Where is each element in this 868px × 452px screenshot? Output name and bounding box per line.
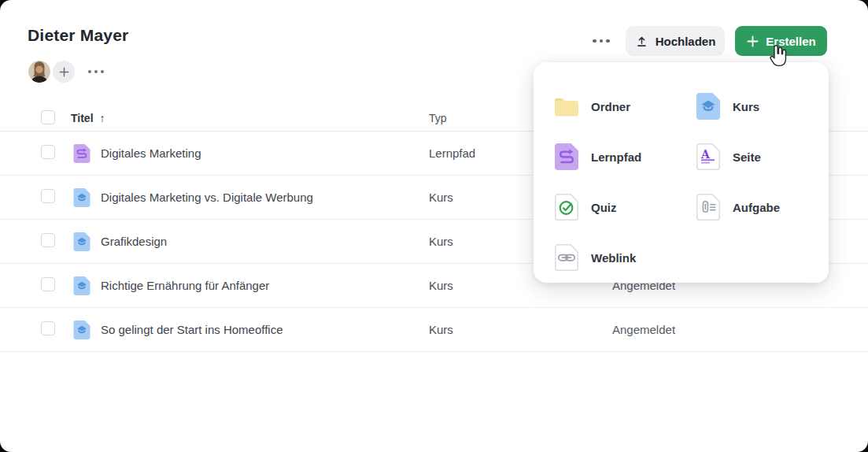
create-menu: Ordner Kurs Lernpfad [534, 62, 829, 283]
menu-item-label: Weblink [591, 251, 636, 265]
learning-path-icon [71, 143, 101, 165]
menu-item-label: Lernpfad [591, 150, 641, 164]
toolbar-more-button[interactable] [587, 30, 615, 52]
add-member-button[interactable] [53, 61, 75, 83]
weblink-icon [551, 242, 582, 273]
row-title: Digitales Marketing [101, 146, 429, 160]
menu-item-seite[interactable]: A Seite [693, 132, 834, 182]
row-title: So gelingt der Start ins Homeoffice [101, 323, 429, 336]
row-checkbox[interactable] [41, 321, 55, 335]
more-icon [593, 39, 610, 43]
course-icon [71, 319, 101, 341]
upload-icon [635, 35, 648, 48]
row-type: Kurs [429, 323, 612, 336]
menu-item-label: Seite [733, 150, 761, 164]
row-checkbox[interactable] [41, 189, 55, 203]
upload-button-label: Hochladen [656, 35, 716, 48]
menu-item-quiz[interactable]: Quiz [551, 182, 693, 232]
create-button[interactable]: Erstellen [735, 26, 827, 56]
row-checkbox[interactable] [41, 277, 55, 291]
svg-text:A: A [700, 148, 711, 161]
course-icon [71, 231, 101, 253]
menu-item-ordner[interactable]: Ordner [551, 81, 693, 132]
table-row[interactable]: So gelingt der Start ins Homeoffice Kurs… [0, 307, 868, 351]
task-icon [693, 191, 724, 223]
sort-asc-icon: ↑ [100, 112, 105, 124]
row-title: Grafikdesign [101, 235, 429, 248]
row-status: Angemeldet [612, 323, 868, 336]
create-button-label: Erstellen [766, 35, 815, 48]
page-icon: A [693, 141, 724, 172]
menu-item-kurs[interactable]: Kurs [693, 81, 834, 132]
upload-button[interactable]: Hochladen [626, 26, 725, 56]
select-all-checkbox[interactable] [41, 110, 55, 124]
content-card: Dieter Mayer [0, 0, 868, 452]
course-icon [71, 275, 101, 297]
column-title-label: Titel [71, 112, 94, 124]
plus-icon [58, 66, 70, 78]
menu-item-label: Ordner [591, 100, 630, 113]
avatar[interactable] [28, 61, 50, 83]
member-more-button[interactable] [85, 65, 107, 78]
more-icon [88, 70, 104, 73]
quiz-icon [551, 191, 582, 223]
learning-path-icon [551, 141, 582, 172]
menu-item-weblink[interactable]: Weblink [551, 232, 693, 283]
course-icon [71, 187, 101, 209]
row-checkbox[interactable] [41, 145, 55, 159]
menu-item-aufgabe[interactable]: Aufgabe [693, 182, 834, 232]
row-checkbox[interactable] [41, 233, 55, 247]
column-header-title[interactable]: Titel ↑ [71, 112, 429, 124]
row-title: Digitales Marketing vs. Digitale Werbung [101, 191, 429, 204]
menu-item-label: Aufgabe [733, 201, 780, 214]
member-row [28, 61, 107, 83]
menu-item-label: Quiz [591, 201, 617, 214]
row-title: Richtige Ernährung für Anfänger [101, 279, 429, 292]
page-title: Dieter Mayer [28, 26, 128, 45]
plus-icon [746, 35, 759, 48]
menu-item-lernpfad[interactable]: Lernpfad [551, 132, 693, 182]
column-type-label: Typ [429, 112, 447, 124]
folder-icon [551, 91, 582, 122]
menu-item-label: Kurs [733, 100, 759, 113]
course-icon [693, 91, 724, 122]
